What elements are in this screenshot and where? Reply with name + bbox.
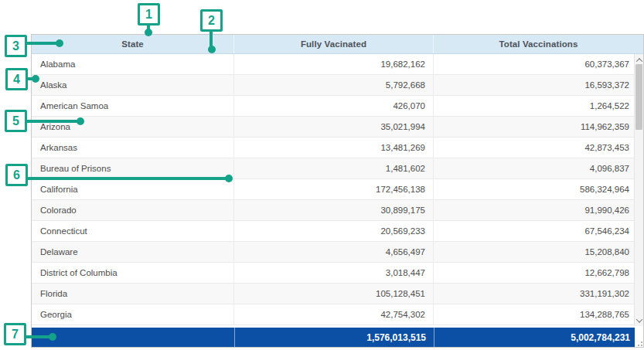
fully-vacinated-cell: 42,754,302 <box>234 304 434 325</box>
callout-6-marker: 6 <box>5 164 28 186</box>
vertical-scrollbar[interactable] <box>634 54 643 326</box>
fully-vacinated-cell: 4,656,497 <box>234 242 434 262</box>
column-header-total-vaccinations[interactable]: Total Vaccinations <box>434 35 643 53</box>
callout-6-dot <box>225 175 233 182</box>
fully-vacinated-cell: 30,899,175 <box>234 200 434 220</box>
state-cell: Arkansas <box>32 138 234 158</box>
callout-1-marker: 1 <box>138 3 160 25</box>
state-cell: American Samoa <box>32 96 234 116</box>
fully-vacinated-cell: 426,070 <box>234 96 434 116</box>
state-cell: Delaware <box>32 242 234 262</box>
total-fully-vacinated-value: 1,576,013,515 <box>234 328 434 347</box>
total-vaccinations-cell: 15,208,840 <box>434 242 634 262</box>
table-row[interactable]: District of Columbia3,018,44712,662,798 <box>32 263 634 284</box>
table-row[interactable]: Florida105,128,451331,191,302 <box>32 284 634 304</box>
total-vaccinations-cell: 12,662,798 <box>434 263 634 283</box>
table-body: Alabama19,682,16260,373,367Alaska5,792,6… <box>32 54 634 325</box>
total-vaccinations-cell: 586,324,964 <box>434 179 634 199</box>
callout-7-dot <box>49 333 56 341</box>
total-vaccinations-cell: 42,873,453 <box>434 138 634 158</box>
resize-grip-icon[interactable] <box>635 339 642 346</box>
state-cell: Connecticut <box>32 221 234 241</box>
callout-1-dot <box>145 29 152 36</box>
column-header-fully-vacinated[interactable]: Fully Vacinated <box>234 35 434 53</box>
state-cell: District of Columbia <box>32 263 234 283</box>
callout-2-marker: 2 <box>200 9 223 32</box>
table-row[interactable]: Connecticut20,569,23367,546,234 <box>32 221 634 242</box>
table-row[interactable]: Colorado30,899,17591,990,426 <box>32 200 634 221</box>
state-cell: Florida <box>32 284 234 304</box>
table-row[interactable]: California172,456,138586,324,964 <box>32 179 634 200</box>
callout-7-marker: 7 <box>4 323 26 345</box>
fully-vacinated-cell: 13,481,269 <box>234 138 434 158</box>
fully-vacinated-cell: 1,481,602 <box>234 158 434 178</box>
total-vaccinations-cell: 60,373,367 <box>434 54 634 74</box>
callout-3-dot <box>56 39 63 47</box>
table-row[interactable]: Arkansas13,481,26942,873,453 <box>32 138 634 158</box>
total-vaccinations-cell: 67,546,234 <box>434 221 634 241</box>
fully-vacinated-cell: 172,456,138 <box>234 179 434 199</box>
table-row[interactable]: Arizona35,021,994114,962,359 <box>32 117 634 138</box>
callout-6-line <box>27 177 228 180</box>
fully-vacinated-cell: 5,792,668 <box>234 75 434 95</box>
callout-4-marker: 4 <box>5 68 28 90</box>
table-row[interactable]: Alabama19,682,16260,373,367 <box>32 54 634 75</box>
table-header-row: State Fully Vacinated Total Vaccinations <box>32 35 643 54</box>
scroll-down-button[interactable] <box>635 315 643 325</box>
state-cell: Bureau of Prisons <box>32 158 234 178</box>
table-row[interactable]: American Samoa426,0701,264,522 <box>32 96 634 117</box>
callout-7-line <box>26 335 52 338</box>
table-row[interactable]: Georgia42,754,302134,288,765 <box>32 304 634 325</box>
chevron-down-icon <box>635 316 642 322</box>
callout-3-marker: 3 <box>5 35 27 57</box>
callout-3-line <box>26 42 59 45</box>
callout-5-marker: 5 <box>5 110 27 132</box>
callout-2-dot <box>208 46 216 53</box>
table-row[interactable]: Alaska5,792,66816,593,372 <box>32 75 634 96</box>
total-vaccinations-cell: 1,264,522 <box>434 96 634 116</box>
callout-5-line <box>26 120 80 123</box>
callout-5-dot <box>77 117 84 125</box>
fully-vacinated-cell: 105,128,451 <box>234 284 434 304</box>
total-vaccinations-cell: 134,288,765 <box>434 304 634 325</box>
callout-4-dot <box>32 75 39 83</box>
chevron-up-icon <box>635 58 642 64</box>
state-cell: Colorado <box>32 200 234 220</box>
table-row[interactable]: Bureau of Prisons1,481,6024,096,837 <box>32 158 634 179</box>
total-vaccinations-value: 5,002,784,231 <box>434 328 635 347</box>
state-cell: Georgia <box>32 304 234 325</box>
total-vaccinations-cell: 114,962,359 <box>434 117 634 137</box>
state-cell: California <box>32 179 234 199</box>
fully-vacinated-cell: 20,569,233 <box>234 221 434 241</box>
total-vaccinations-cell: 16,593,372 <box>434 75 634 95</box>
fully-vacinated-cell: 19,682,162 <box>234 54 434 74</box>
total-row-state-cell <box>32 328 234 347</box>
screenshot-root: State Fully Vacinated Total Vaccinations… <box>0 0 644 350</box>
table-row[interactable]: Delaware4,656,49715,208,840 <box>32 242 634 263</box>
total-vaccinations-cell: 4,096,837 <box>434 158 634 178</box>
state-cell: Alabama <box>32 54 234 74</box>
total-row: 1,576,013,515 5,002,784,231 <box>32 328 635 347</box>
scrollbar-thumb[interactable] <box>635 64 642 130</box>
vaccination-table-widget: State Fully Vacinated Total Vaccinations… <box>31 34 644 348</box>
state-cell: Alaska <box>32 75 234 95</box>
fully-vacinated-cell: 35,021,994 <box>234 117 434 137</box>
fully-vacinated-cell: 3,018,447 <box>234 263 434 283</box>
total-vaccinations-cell: 91,990,426 <box>434 200 634 220</box>
total-vaccinations-cell: 331,191,302 <box>434 284 634 304</box>
